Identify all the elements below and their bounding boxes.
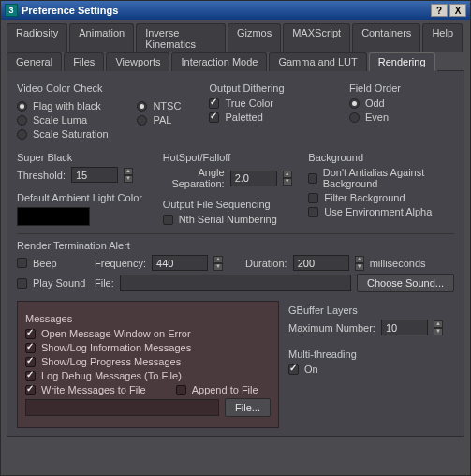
tab-gizmos[interactable]: Gizmos (228, 23, 281, 52)
check-open-err[interactable] (25, 329, 36, 339)
choose-sound-button[interactable]: Choose Sound... (357, 274, 454, 292)
group-gbuffer: GBuffer Layers (288, 305, 454, 316)
help-button[interactable]: ? (431, 4, 448, 17)
close-button[interactable]: X (449, 4, 466, 17)
check-true-color[interactable] (209, 98, 219, 109)
tab-general[interactable]: General (7, 52, 62, 71)
group-hotspot: HotSpot/Falloff (163, 152, 309, 163)
tab-ik[interactable]: Inverse Kinematics (136, 23, 226, 52)
group-multithread: Multi-threading (288, 349, 454, 360)
check-show-info[interactable] (25, 343, 36, 353)
radio-ntsc[interactable] (137, 101, 147, 112)
msg-file-button[interactable]: File... (225, 398, 271, 417)
group-outseq: Output File Sequencing (163, 199, 309, 210)
tab-gamma[interactable]: Gamma and LUT (269, 52, 366, 71)
tab-interaction[interactable]: Interaction Mode (171, 52, 267, 71)
check-nth[interactable] (163, 215, 173, 225)
threshold-up[interactable]: ▲ (124, 168, 133, 175)
group-video-color: Video Color Check (17, 82, 209, 94)
group-messages: Messages Open Message Window on Error Sh… (17, 301, 279, 428)
check-log-debug[interactable] (25, 371, 36, 381)
dur-input[interactable] (293, 255, 349, 271)
threshold-input[interactable] (71, 167, 118, 183)
check-show-prog[interactable] (25, 357, 36, 367)
tab-files[interactable]: Files (64, 52, 104, 71)
check-paletted[interactable] (209, 112, 219, 123)
tab-help[interactable]: Help (422, 23, 463, 52)
tab-containers[interactable]: Containers (352, 23, 420, 52)
check-filterbg[interactable] (308, 193, 318, 203)
freq-up[interactable]: ▲ (213, 256, 223, 263)
check-playsound[interactable] (17, 278, 27, 289)
radio-flag-black[interactable] (17, 101, 27, 112)
radio-scale-sat[interactable] (17, 129, 27, 140)
tabs-row-1: Radiosity Animation Inverse Kinematics G… (1, 20, 470, 52)
threshold-down[interactable]: ▼ (124, 175, 133, 183)
tab-viewports[interactable]: Viewports (106, 52, 169, 71)
check-append[interactable] (176, 385, 186, 395)
check-envalpha[interactable] (308, 207, 318, 217)
radio-scale-luma[interactable] (17, 115, 27, 126)
angle-down[interactable]: ▼ (283, 178, 292, 186)
tab-panel-rendering: Video Color Check Flag with black Scale … (7, 71, 464, 437)
freq-input[interactable] (152, 255, 208, 271)
group-background: Background (308, 152, 454, 163)
window-title: Preference Settings (22, 5, 118, 16)
radio-odd[interactable] (349, 98, 360, 109)
group-field-order: Field Order (349, 82, 454, 94)
group-ambient: Default Ambient Light Color (17, 192, 163, 203)
gbuffer-down[interactable]: ▼ (434, 328, 443, 335)
angle-up[interactable]: ▲ (283, 171, 292, 178)
tab-rendering[interactable]: Rendering (369, 52, 435, 71)
app-icon: 3 (5, 4, 18, 17)
radio-even[interactable] (349, 112, 360, 123)
dur-up[interactable]: ▲ (355, 256, 364, 263)
group-output-dither: Output Dithering (209, 82, 348, 94)
group-render-term: Render Termination Alert (17, 240, 454, 251)
tab-radiosity[interactable]: Radiosity (7, 23, 67, 52)
check-write-file[interactable] (25, 385, 36, 395)
sound-file-input[interactable] (120, 275, 351, 291)
dur-down[interactable]: ▼ (355, 263, 364, 271)
titlebar: 3 Preference Settings ? X (1, 1, 470, 20)
check-noaa[interactable] (308, 173, 316, 184)
check-mt-on[interactable] (288, 364, 299, 375)
radio-pal[interactable] (137, 115, 147, 126)
tabs-row-2: General Files Viewports Interaction Mode… (1, 52, 470, 71)
gbuffer-up[interactable]: ▲ (434, 320, 443, 328)
tab-animation[interactable]: Animation (69, 23, 134, 52)
check-beep[interactable] (17, 258, 27, 268)
tab-maxscript[interactable]: MAXScript (283, 23, 350, 52)
ambient-color-swatch[interactable] (17, 207, 90, 226)
preference-window: 3 Preference Settings ? X Radiosity Anim… (0, 0, 471, 476)
group-super-black: Super Black (17, 152, 163, 163)
msg-file-input[interactable] (25, 399, 219, 416)
freq-down[interactable]: ▼ (213, 263, 223, 271)
gbuffer-max-input[interactable] (381, 320, 428, 335)
angle-sep-input[interactable] (230, 171, 277, 186)
